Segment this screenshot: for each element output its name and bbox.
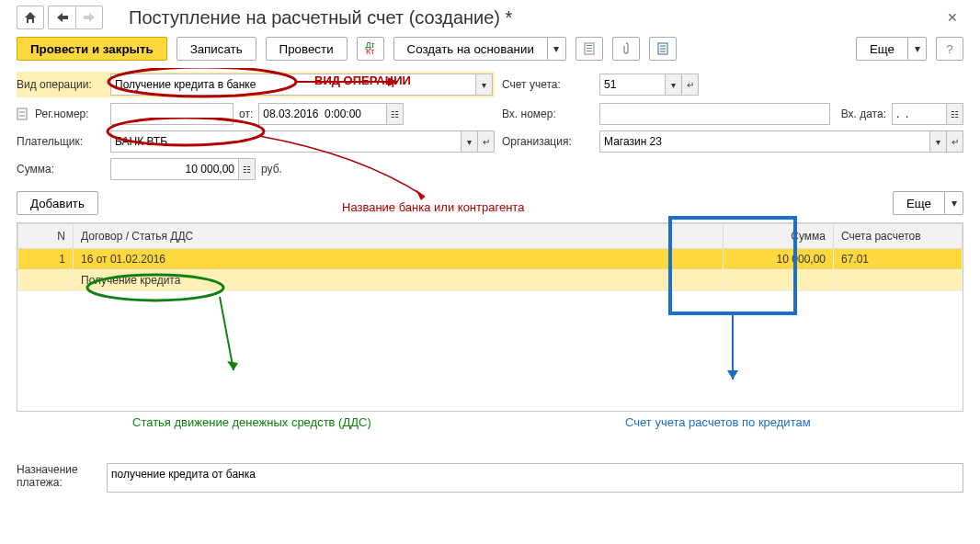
dropdown-icon[interactable]: ▾ <box>462 130 478 153</box>
post-button[interactable]: Провести <box>266 37 348 61</box>
post-and-close-button[interactable]: Провести и закрыть <box>17 37 167 61</box>
calculator-icon[interactable]: ☷ <box>239 158 256 180</box>
svg-rect-8 <box>17 108 27 119</box>
open-icon[interactable]: ↵ <box>947 130 963 153</box>
document-icon <box>17 108 29 120</box>
currency-label: руб. <box>261 163 282 176</box>
report-icon[interactable] <box>575 37 603 61</box>
col-n-header[interactable]: N <box>18 224 74 249</box>
payer-label: Плательщик: <box>17 135 105 148</box>
payer-input[interactable] <box>110 130 462 153</box>
caret-down-icon[interactable]: ▾ <box>908 37 927 61</box>
create-based-button[interactable]: Создать на основании ▾ <box>393 37 566 61</box>
inc-number-label: Вх. номер: <box>502 108 594 120</box>
svg-rect-2 <box>587 48 592 49</box>
org-label: Организация: <box>502 135 594 148</box>
more-button[interactable]: Еще ▾ <box>856 37 927 61</box>
reg-number-input[interactable] <box>110 103 234 125</box>
table-subrow[interactable]: Получение кредита <box>18 270 963 291</box>
col-contract-header[interactable]: Договор / Статья ДДС <box>74 224 724 249</box>
write-button[interactable]: Записать <box>177 37 256 61</box>
inc-number-input[interactable] <box>599 103 830 125</box>
svg-rect-3 <box>587 51 592 51</box>
sum-input[interactable] <box>110 158 239 180</box>
dropdown-icon[interactable]: ▾ <box>476 74 493 96</box>
operation-type-label: Вид операции: <box>17 78 105 91</box>
table-row[interactable]: 1 16 от 01.02.2016 10 000,00 67.01 <box>18 249 963 270</box>
table-more-button[interactable]: Еще ▾ <box>893 191 963 215</box>
org-input[interactable] <box>599 130 930 153</box>
forward-button[interactable] <box>75 6 103 29</box>
annotation-credit-account: Счет учета расчетов по кредитам <box>625 415 811 429</box>
open-icon[interactable]: ↵ <box>478 130 495 153</box>
svg-rect-1 <box>587 45 592 46</box>
annotation-operation-type: ВИД ОПЕРАЦИИ <box>314 74 411 87</box>
account-input[interactable] <box>599 74 666 96</box>
sum-label: Сумма: <box>17 163 105 176</box>
add-button[interactable]: Добавить <box>17 191 98 215</box>
date-input[interactable] <box>258 103 387 125</box>
from-label: от: <box>239 108 253 120</box>
reg-number-label: Рег.номер: <box>35 108 105 120</box>
inc-date-label: Вх. дата: <box>841 108 886 120</box>
help-icon[interactable]: ? <box>936 37 963 61</box>
page-title: Поступление на расчетный счет (создание)… <box>129 7 938 28</box>
annotation-bank-name: Название банка или контрагента <box>342 200 524 214</box>
caret-down-icon[interactable]: ▾ <box>548 37 566 61</box>
items-table: N Договор / Статья ДДС Сумма Счета расче… <box>17 223 963 411</box>
dropdown-icon[interactable]: ▾ <box>666 74 682 96</box>
attachment-icon[interactable] <box>612 37 640 61</box>
calendar-icon[interactable]: ☷ <box>947 103 963 125</box>
purpose-input[interactable] <box>107 463 963 493</box>
account-label: Счет учета: <box>502 78 594 91</box>
col-accounts-header[interactable]: Счета расчетов <box>834 224 963 249</box>
operation-type-input[interactable] <box>110 74 476 96</box>
close-icon[interactable]: ✕ <box>941 10 963 25</box>
inc-date-input[interactable] <box>892 103 947 125</box>
caret-down-icon[interactable]: ▾ <box>945 191 963 215</box>
dropdown-icon[interactable]: ▾ <box>930 130 947 153</box>
back-button[interactable] <box>48 6 75 29</box>
dtkt-button[interactable]: ДтКт <box>357 37 384 61</box>
col-sum-header[interactable]: Сумма <box>724 224 834 249</box>
home-button[interactable] <box>17 6 44 29</box>
list-icon[interactable] <box>649 37 677 61</box>
purpose-label: Назначение платежа: <box>17 463 99 489</box>
open-icon[interactable]: ↵ <box>682 74 699 96</box>
calendar-icon[interactable]: ☷ <box>387 103 404 125</box>
annotation-dds: Статья движение денежных средств (ДДС) <box>132 415 371 429</box>
